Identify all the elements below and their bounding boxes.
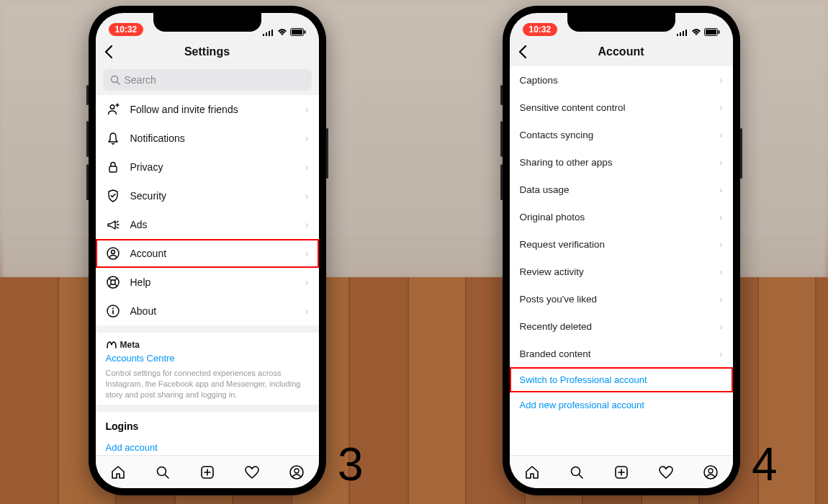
screen-account: 10:32 Account Captions› Sensitive co — [510, 13, 733, 488]
chevron-right-icon: › — [305, 305, 309, 317]
chevron-right-icon: › — [719, 157, 723, 168]
svg-rect-28 — [706, 30, 716, 35]
settings-row-account[interactable]: Account › — [96, 239, 319, 268]
status-icons — [677, 28, 720, 36]
row-label: Account — [130, 248, 295, 259]
tab-profile[interactable] — [288, 464, 305, 481]
account-row-posts-liked[interactable]: Posts you've liked› — [510, 285, 733, 312]
svg-rect-1 — [266, 32, 267, 36]
chevron-right-icon: › — [719, 294, 723, 305]
settings-row-help[interactable]: Help › — [96, 268, 319, 297]
svg-point-9 — [110, 105, 114, 109]
row-label: About — [130, 305, 295, 317]
settings-row-notifications[interactable]: Notifications › — [96, 124, 319, 153]
home-icon — [524, 464, 540, 480]
row-label: Ads — [130, 219, 295, 230]
chevron-right-icon: › — [719, 239, 723, 250]
info-icon — [106, 304, 120, 318]
chevron-right-icon: › — [305, 132, 309, 144]
status-time: 10:32 — [523, 23, 558, 36]
tab-home[interactable] — [109, 464, 127, 481]
back-button[interactable] — [518, 45, 527, 58]
svg-rect-26 — [685, 30, 687, 36]
volume-button — [500, 164, 503, 200]
account-row-original-photos[interactable]: Original photos› — [510, 203, 733, 230]
account-row-sharing-apps[interactable]: Sharing to other apps› — [510, 148, 733, 176]
tab-search[interactable] — [154, 464, 171, 481]
svg-point-12 — [111, 251, 114, 254]
account-row-review-activity[interactable]: Review activity› — [510, 258, 733, 285]
chevron-right-icon: › — [305, 161, 309, 173]
volume-button — [86, 121, 89, 157]
account-row-recently-deleted[interactable]: Recently deleted› — [510, 312, 733, 340]
chevron-right-icon: › — [719, 212, 723, 222]
row-label: Captions — [520, 75, 558, 86]
account-row-contacts-syncing[interactable]: Contacts syncing› — [510, 121, 733, 148]
chevron-right-icon: › — [719, 102, 723, 113]
svg-line-31 — [579, 474, 582, 478]
chevron-right-icon: › — [305, 248, 309, 259]
svg-rect-17 — [112, 310, 114, 315]
row-label: Notifications — [130, 132, 295, 144]
settings-row-privacy[interactable]: Privacy › — [96, 153, 319, 181]
row-label: Data usage — [520, 184, 570, 195]
svg-rect-6 — [304, 30, 305, 34]
panel-step-3: 10:32 Settings Search — [89, 6, 326, 495]
row-label: Contacts syncing — [520, 130, 594, 140]
status-icons — [263, 28, 306, 36]
back-button[interactable] — [104, 45, 113, 58]
search-input[interactable]: Search — [103, 69, 312, 91]
tab-create[interactable] — [613, 464, 630, 481]
tab-activity[interactable] — [243, 464, 261, 481]
search-icon — [155, 464, 171, 480]
meta-brand: Meta — [106, 340, 309, 350]
meta-description: Control settings for connected experienc… — [106, 368, 309, 400]
tab-search[interactable] — [568, 464, 585, 481]
switch-professional-link[interactable]: Switch to Professional account — [510, 367, 733, 392]
person-circle-icon — [106, 246, 120, 261]
row-label: Branded content — [520, 348, 591, 359]
row-label: Sharing to other apps — [520, 157, 613, 168]
heart-icon — [658, 464, 674, 480]
notch — [153, 13, 261, 32]
settings-row-about[interactable]: About › — [96, 297, 319, 325]
settings-row-follow-invite[interactable]: Follow and invite friends › — [96, 95, 319, 124]
row-label: Sensitive content control — [520, 102, 626, 113]
signal-icon — [263, 29, 274, 36]
section-divider — [96, 325, 319, 333]
account-row-captions[interactable]: Captions› — [510, 66, 733, 94]
volume-button — [500, 121, 503, 157]
add-professional-link[interactable]: Add new professional account — [510, 392, 733, 418]
row-label: Request verification — [520, 239, 606, 250]
svg-point-18 — [157, 467, 166, 475]
tab-home[interactable] — [523, 464, 541, 481]
account-row-branded-content[interactable]: Branded content› — [510, 340, 733, 367]
life-ring-icon — [106, 275, 120, 289]
phone-frame: 10:32 Settings Search — [89, 6, 326, 495]
battery-icon — [704, 28, 720, 36]
account-row-data-usage[interactable]: Data usage› — [510, 176, 733, 203]
settings-row-security[interactable]: Security › — [96, 181, 319, 210]
add-account-link[interactable]: Add account — [96, 435, 319, 455]
chevron-right-icon: › — [719, 130, 723, 140]
svg-point-30 — [571, 467, 580, 475]
svg-line-19 — [165, 474, 168, 478]
row-label: Privacy — [130, 161, 295, 173]
tab-create[interactable] — [199, 464, 216, 481]
plus-square-icon — [613, 464, 629, 480]
status-time: 10:32 — [109, 23, 144, 36]
chevron-left-icon — [518, 45, 527, 58]
settings-row-ads[interactable]: Ads › — [96, 210, 319, 239]
accounts-centre-link[interactable]: Accounts Centre — [106, 353, 309, 364]
page-title: Settings — [184, 45, 230, 58]
page-title: Account — [598, 45, 644, 58]
search-icon — [569, 464, 585, 480]
account-row-request-verification[interactable]: Request verification› — [510, 230, 733, 258]
chevron-right-icon: › — [719, 348, 723, 359]
power-button — [326, 128, 328, 179]
account-row-sensitive-content[interactable]: Sensitive content control› — [510, 94, 733, 121]
profile-avatar-icon — [289, 464, 305, 480]
tab-profile[interactable] — [702, 464, 719, 481]
tab-activity[interactable] — [657, 464, 675, 481]
panel-step-4: 10:32 Account Captions› Sensitive co — [503, 6, 740, 495]
